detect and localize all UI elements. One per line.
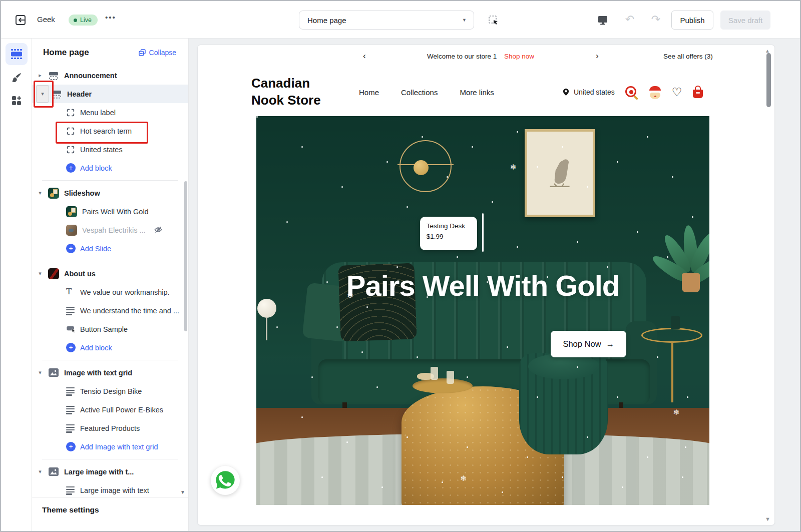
save-draft-button[interactable]: Save draft (720, 11, 770, 30)
slide-thumbnail (66, 206, 77, 217)
tree-block-we-understand[interactable]: We understand the time and ... (32, 301, 188, 320)
add-block-about-button[interactable]: + Add block (32, 338, 188, 357)
preview-scrollbar[interactable] (766, 53, 771, 107)
caret-down-icon[interactable]: ▾ (36, 190, 44, 196)
caret-right-icon[interactable]: ▸ (36, 72, 44, 79)
collapse-icon (138, 49, 146, 57)
live-dot-icon (74, 19, 77, 22)
preview-canvas: ‹ Welcome to our store 1 Shop now › See … (189, 39, 800, 531)
tree-item-image-with-text-grid[interactable]: ▾ Image with text grid (32, 363, 188, 382)
tree-block-large-image-with-text[interactable]: Large image with text (32, 481, 188, 497)
product-tag-card[interactable]: Testing Desk $1.99 (420, 217, 477, 250)
publish-button[interactable]: Publish (671, 11, 713, 30)
page-selector-dropdown[interactable]: Home page ▼ (299, 11, 474, 30)
tree-item-about-us[interactable]: ▾ About us (32, 264, 188, 283)
tree-block-tensio-design-bike[interactable]: Tensio Design Bike (32, 382, 188, 400)
inspect-element-icon[interactable] (488, 15, 500, 27)
divider (42, 261, 178, 261)
snowflake-icon: ❄ (460, 474, 467, 483)
tree-item-large-image-with-text[interactable]: ▾ Large image with t... (32, 462, 188, 481)
add-slide-button[interactable]: + Add Slide (32, 239, 188, 258)
tree-item-slideshow[interactable]: ▾ Slideshow (32, 184, 188, 202)
glass-decor (431, 367, 438, 380)
preview-scroll-down-icon[interactable]: ▼ (765, 516, 770, 522)
announcement-shop-now-link[interactable]: Shop now (504, 53, 534, 60)
button-block-icon (66, 324, 76, 334)
about-us-thumbnail (48, 268, 59, 279)
add-image-with-text-grid-button[interactable]: + Add Image with text grid (32, 437, 188, 456)
tree-block-featured-products[interactable]: Featured Products (32, 419, 188, 437)
storefront-preview: ‹ Welcome to our store 1 Shop now › See … (198, 45, 774, 525)
section-icon (51, 89, 62, 99)
chevron-down-icon: ▼ (462, 18, 467, 23)
rail-app-embeds-tab[interactable] (6, 90, 28, 112)
topbar: Geek Live ••• Home page ▼ ↶ ↷ Publish Sa… (1, 1, 800, 39)
slideshow-thumbnail (48, 188, 59, 199)
glass-decor (447, 371, 454, 384)
announcement-bar: ‹ Welcome to our store 1 Shop now › See … (198, 45, 774, 68)
tree-block-active-full-power[interactable]: Active Full Power E-Bikes (32, 400, 188, 419)
undo-icon[interactable]: ↶ (624, 14, 636, 26)
paragraph-icon (66, 387, 75, 397)
nav-home-link[interactable]: Home (359, 88, 379, 97)
store-header-actions: United states ♡ (562, 68, 704, 116)
plus-circle-icon: + (66, 343, 76, 352)
wishlist-heart-icon[interactable]: ♡ (672, 87, 682, 98)
nav-more-links[interactable]: More links (460, 88, 494, 97)
side-table-decor (641, 328, 702, 343)
panel-header: Home page Collapse (32, 39, 188, 66)
tree-item-announcement[interactable]: ▸ Announcement (32, 66, 188, 85)
tree-block-we-value[interactable]: T We value our workmanship. (32, 283, 188, 301)
bird-sketch (546, 154, 574, 192)
rail-sections-tab[interactable] (6, 43, 28, 65)
exit-editor-icon[interactable] (14, 14, 27, 27)
whatsapp-button[interactable] (211, 466, 240, 495)
hero-slideshow: ❄ ❄ ❄ ❄ Testing Desk $1.99 Pairs Well Wi… (256, 116, 709, 505)
divider (42, 360, 178, 360)
editor-rail (1, 39, 32, 531)
arrow-right-icon: → (606, 339, 615, 349)
product-price: $1.99 (427, 233, 477, 240)
device-preview-icon[interactable] (597, 14, 609, 26)
add-block-header-button[interactable]: + Add block (32, 159, 188, 177)
paragraph-icon (66, 307, 75, 316)
tree-block-button-sample[interactable]: Button Sample (32, 320, 188, 338)
store-header: Canadian Nook Store Home Collections Mor… (198, 68, 774, 116)
block-brackets-icon (66, 108, 75, 117)
tree-block-hot-search-term[interactable]: Hot search term (32, 122, 188, 140)
theme-editor-window: Geek Live ••• Home page ▼ ↶ ↷ Publish Sa… (0, 0, 801, 532)
search-target-icon[interactable] (625, 86, 638, 99)
product-name: Testing Desk (427, 222, 477, 230)
redo-icon[interactable]: ↷ (650, 14, 662, 26)
product-tag-line (482, 213, 484, 252)
account-santa-icon[interactable] (648, 86, 662, 99)
announcement-prev-icon[interactable]: ‹ (363, 51, 366, 61)
paragraph-icon (66, 406, 75, 415)
shop-now-button[interactable]: Shop Now → (551, 331, 626, 357)
caret-down-icon[interactable]: ▾ (36, 468, 44, 475)
tree-slide-vespah-electrikis[interactable]: Vespah Electrikis ... (32, 221, 188, 239)
image-icon (48, 368, 59, 377)
tree-block-menu-label[interactable]: Menu label (32, 103, 188, 122)
cart-bag-icon[interactable] (692, 86, 704, 99)
theme-settings-button[interactable]: Theme settings (32, 497, 188, 531)
store-logo[interactable]: Canadian Nook Store (251, 75, 321, 109)
image-icon (48, 467, 59, 476)
tree-slide-pairs-well-with-gold[interactable]: Pairs Well With Gold (32, 202, 188, 221)
collapse-all-button[interactable]: Collapse (138, 49, 176, 57)
divider (42, 180, 178, 181)
announcement-next-icon[interactable]: › (596, 51, 599, 61)
nav-collections-link[interactable]: Collections (401, 88, 438, 97)
see-all-offers-link[interactable]: See all offers (3) (663, 53, 713, 60)
text-block-icon: T (66, 286, 72, 296)
eye-off-icon[interactable] (154, 226, 163, 234)
panel-scrollbar[interactable] (184, 181, 187, 331)
tree-item-header[interactable]: ▾ Header (32, 85, 188, 103)
more-options-icon[interactable]: ••• (105, 13, 116, 22)
caret-down-icon[interactable]: ▾ (36, 369, 44, 376)
rail-theme-settings-tab[interactable] (6, 67, 28, 89)
caret-down-icon[interactable]: ▾ (36, 270, 44, 277)
country-selector[interactable]: United states (562, 87, 615, 97)
tree-block-united-states[interactable]: United states (32, 140, 188, 159)
header-expand-caret-button[interactable]: ▾ (36, 85, 49, 103)
